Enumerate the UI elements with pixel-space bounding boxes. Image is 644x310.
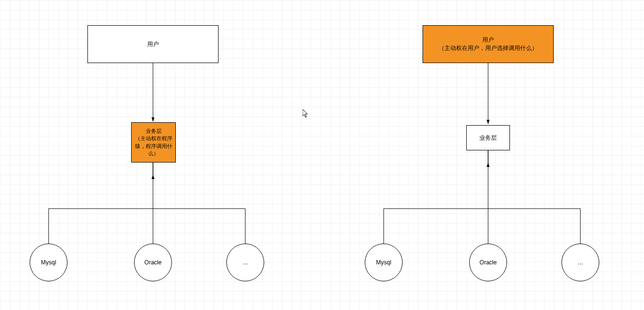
left-business-label: 业务层 （主动权在程序猿，程序调用什么） xyxy=(134,128,173,158)
left-db-oracle: Oracle xyxy=(134,244,172,281)
right-business-box: 业务层 xyxy=(466,125,510,150)
left-business-box: 业务层 （主动权在程序猿，程序调用什么） xyxy=(131,122,176,163)
left-user-box: 用户 xyxy=(87,25,219,63)
right-db-other-label: … xyxy=(577,259,583,266)
right-db-oracle-label: Oracle xyxy=(479,259,496,266)
left-db-oracle-label: Oracle xyxy=(144,259,161,266)
left-db-mysql-label: Mysql xyxy=(41,259,56,266)
cursor-icon xyxy=(303,109,309,119)
diagram-canvas: 用户 业务层 （主动权在程序猿，程序调用什么） Mysql Oracle … 用… xyxy=(0,0,644,310)
right-db-mysql: Mysql xyxy=(365,244,403,281)
right-db-oracle: Oracle xyxy=(469,244,507,281)
right-user-box: 用户 （主动权在用户，用户选择调用什么） xyxy=(423,25,554,63)
left-db-mysql: Mysql xyxy=(30,244,68,281)
right-business-label: 业务层 xyxy=(479,134,497,142)
right-db-other: … xyxy=(561,244,599,281)
left-user-label: 用户 xyxy=(147,40,159,49)
left-db-other: … xyxy=(226,244,264,281)
right-db-mysql-label: Mysql xyxy=(376,259,391,266)
right-user-label: 用户 （主动权在用户，用户选择调用什么） xyxy=(439,36,538,52)
left-db-other-label: … xyxy=(242,259,248,266)
